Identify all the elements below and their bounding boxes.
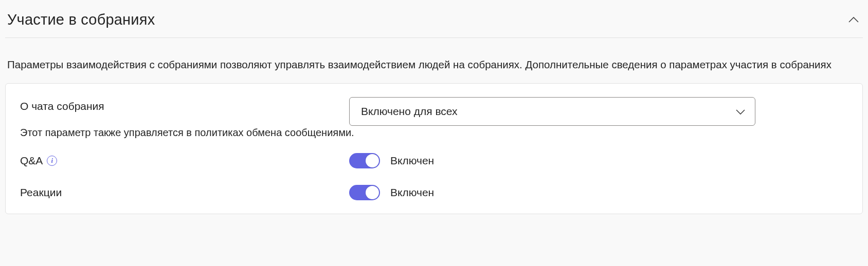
toggle-knob <box>366 154 379 167</box>
reactions-toggle-wrap: Включен <box>349 185 850 200</box>
reactions-toggle-status: Включен <box>390 186 434 199</box>
section-description: Параметры взаимодействия с собраниями по… <box>5 38 863 83</box>
qa-toggle[interactable] <box>349 153 380 168</box>
qa-label: Q&A i <box>20 155 349 167</box>
qa-label-text: Q&A <box>20 155 43 167</box>
meeting-chat-dropdown[interactable]: Включено для всех <box>349 97 755 126</box>
reactions-toggle[interactable] <box>349 185 380 200</box>
row-qa: Q&A i Включен <box>20 145 850 177</box>
chevron-down-icon <box>735 105 746 118</box>
row-meeting-chat: О чата собрания Включено для всех Этот п… <box>20 92 850 145</box>
meeting-engagement-section: Участие в собраниях Параметры взаимодейс… <box>0 0 868 214</box>
reactions-label: Реакции <box>20 186 349 199</box>
settings-panel: О чата собрания Включено для всех Этот п… <box>5 83 863 214</box>
meeting-chat-helper: Этот параметр также управляется в полити… <box>20 127 850 142</box>
info-icon[interactable]: i <box>47 156 57 166</box>
section-header: Участие в собраниях <box>5 5 863 38</box>
qa-toggle-status: Включен <box>390 155 434 167</box>
meeting-chat-selected: Включено для всех <box>361 105 458 118</box>
meeting-chat-label: О чата собрания <box>20 97 349 112</box>
section-title: Участие в собраниях <box>7 11 155 28</box>
chevron-up-icon <box>848 16 859 24</box>
collapse-toggle[interactable] <box>846 15 861 25</box>
toggle-knob <box>366 186 379 199</box>
qa-toggle-wrap: Включен <box>349 153 850 168</box>
row-reactions: Реакции Включен <box>20 177 850 208</box>
